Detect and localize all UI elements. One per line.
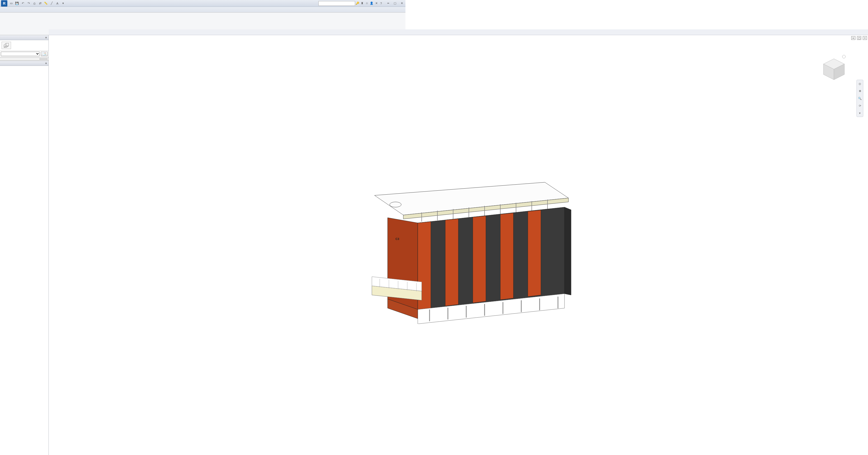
qat-print-icon[interactable]: ⎙ [32, 1, 37, 6]
instance-selector[interactable] [1, 52, 40, 56]
close-button[interactable]: ✕ [399, 1, 404, 5]
qat-text-icon[interactable]: A [55, 1, 60, 6]
comm-icon[interactable]: ♜ [360, 1, 365, 6]
building-model: C3 [340, 167, 405, 213]
qat-save-icon[interactable]: 💾 [15, 1, 20, 6]
app-logo-icon[interactable]: R [1, 0, 7, 6]
svg-marker-6 [374, 182, 405, 213]
browser-panel-title: × [0, 61, 49, 66]
help-icon[interactable]: ? [379, 1, 383, 6]
properties-panel-title: × [0, 35, 49, 40]
project-browser-panel: × [0, 61, 49, 213]
browser-close-icon[interactable]: × [45, 62, 47, 65]
qat-measure-icon[interactable]: 📏 [43, 1, 48, 6]
qat-open-icon[interactable]: ▭ [9, 1, 13, 6]
exchange-icon[interactable]: ✕ [374, 1, 379, 6]
subscription-icon[interactable]: 🔑 [355, 1, 360, 6]
window-controls: ━ ▢ ✕ [385, 1, 404, 5]
apply-button[interactable] [39, 58, 48, 59]
qat-undo-icon[interactable]: ↶ [21, 1, 25, 6]
properties-instance-row: 📑 [0, 51, 49, 57]
minimize-button[interactable]: ━ [385, 1, 391, 5]
ribbon-tabs [0, 7, 405, 12]
qat-line-icon[interactable]: ╱ [49, 1, 54, 6]
project-tree[interactable] [0, 66, 49, 213]
user-icon[interactable]: 👤 [369, 1, 374, 6]
favorite-icon[interactable]: ☆ [365, 1, 369, 6]
qat-redo-icon[interactable]: ↷ [26, 1, 31, 6]
viewport-3d[interactable]: ━ ▢ × ◎ ✥ 🔍 ⟳ ▾ [49, 35, 405, 213]
edit-type-button[interactable]: 📑 [41, 52, 48, 56]
options-bar [49, 29, 405, 35]
properties-close-icon[interactable]: × [45, 36, 47, 39]
quick-access-toolbar: ▭ 💾 ↶ ↷ ⎙ ⇄ 📏 ╱ A ▾ [9, 1, 65, 6]
left-panels: × 📑 × [0, 35, 49, 213]
view-type-icon [2, 42, 11, 49]
qat-sync-icon[interactable]: ⇄ [38, 1, 42, 6]
edit-type-icon: 📑 [42, 52, 46, 56]
maximize-button[interactable]: ▢ [392, 1, 398, 5]
properties-type-selector[interactable] [0, 40, 49, 51]
properties-footer [0, 57, 49, 61]
title-bar: R ▭ 💾 ↶ ↷ ⎙ ⇄ 📏 ╱ A ▾ 🔑 ♜ ☆ 👤 ✕ ? ━ ▢ ✕ [0, 0, 405, 7]
search-input[interactable] [318, 1, 355, 6]
qat-dropdown-icon[interactable]: ▾ [61, 1, 65, 6]
svg-marker-2 [6, 43, 9, 46]
